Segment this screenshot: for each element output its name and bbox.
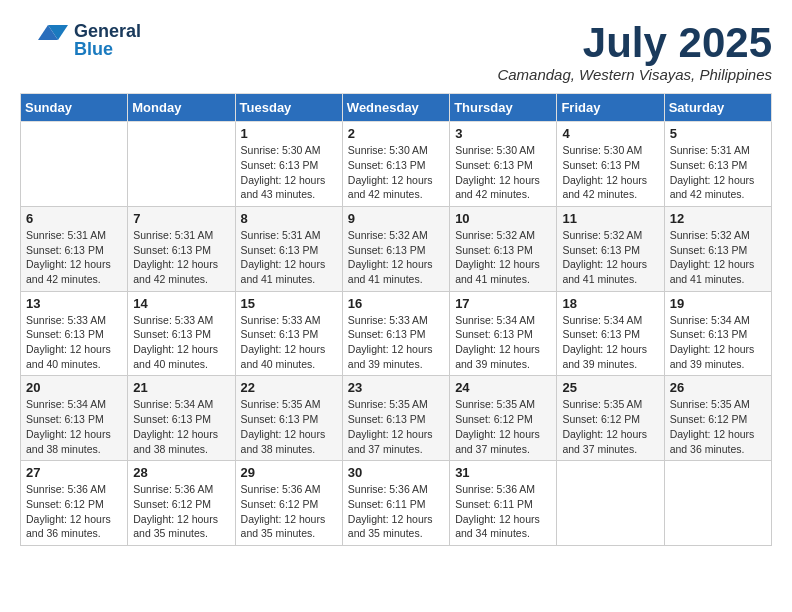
day-number: 23 [348, 380, 444, 395]
day-number: 31 [455, 465, 551, 480]
title-block: July 2025 Camandag, Western Visayas, Phi… [497, 20, 772, 83]
day-detail: Sunrise: 5:35 AMSunset: 6:12 PMDaylight:… [562, 397, 658, 456]
logo-icon [20, 20, 70, 60]
day-number: 10 [455, 211, 551, 226]
calendar-cell: 30Sunrise: 5:36 AMSunset: 6:11 PMDayligh… [342, 461, 449, 546]
day-number: 13 [26, 296, 122, 311]
calendar-cell: 26Sunrise: 5:35 AMSunset: 6:12 PMDayligh… [664, 376, 771, 461]
calendar-cell [664, 461, 771, 546]
header-saturday: Saturday [664, 94, 771, 122]
calendar-cell: 23Sunrise: 5:35 AMSunset: 6:13 PMDayligh… [342, 376, 449, 461]
calendar-cell: 18Sunrise: 5:34 AMSunset: 6:13 PMDayligh… [557, 291, 664, 376]
day-detail: Sunrise: 5:35 AMSunset: 6:12 PMDaylight:… [455, 397, 551, 456]
day-number: 6 [26, 211, 122, 226]
calendar-cell: 4Sunrise: 5:30 AMSunset: 6:13 PMDaylight… [557, 122, 664, 207]
calendar-cell: 1Sunrise: 5:30 AMSunset: 6:13 PMDaylight… [235, 122, 342, 207]
day-number: 1 [241, 126, 337, 141]
day-detail: Sunrise: 5:35 AMSunset: 6:13 PMDaylight:… [348, 397, 444, 456]
calendar-cell: 5Sunrise: 5:31 AMSunset: 6:13 PMDaylight… [664, 122, 771, 207]
calendar-cell: 7Sunrise: 5:31 AMSunset: 6:13 PMDaylight… [128, 206, 235, 291]
day-detail: Sunrise: 5:34 AMSunset: 6:13 PMDaylight:… [670, 313, 766, 372]
calendar-cell: 29Sunrise: 5:36 AMSunset: 6:12 PMDayligh… [235, 461, 342, 546]
day-detail: Sunrise: 5:30 AMSunset: 6:13 PMDaylight:… [455, 143, 551, 202]
logo: General Blue [20, 20, 141, 60]
calendar-cell: 11Sunrise: 5:32 AMSunset: 6:13 PMDayligh… [557, 206, 664, 291]
day-number: 2 [348, 126, 444, 141]
day-detail: Sunrise: 5:31 AMSunset: 6:13 PMDaylight:… [241, 228, 337, 287]
location-subtitle: Camandag, Western Visayas, Philippines [497, 66, 772, 83]
day-number: 22 [241, 380, 337, 395]
calendar-week-row: 1Sunrise: 5:30 AMSunset: 6:13 PMDaylight… [21, 122, 772, 207]
day-number: 27 [26, 465, 122, 480]
day-detail: Sunrise: 5:32 AMSunset: 6:13 PMDaylight:… [455, 228, 551, 287]
day-detail: Sunrise: 5:34 AMSunset: 6:13 PMDaylight:… [455, 313, 551, 372]
day-detail: Sunrise: 5:31 AMSunset: 6:13 PMDaylight:… [133, 228, 229, 287]
day-detail: Sunrise: 5:31 AMSunset: 6:13 PMDaylight:… [26, 228, 122, 287]
day-detail: Sunrise: 5:33 AMSunset: 6:13 PMDaylight:… [133, 313, 229, 372]
day-detail: Sunrise: 5:36 AMSunset: 6:11 PMDaylight:… [455, 482, 551, 541]
day-number: 17 [455, 296, 551, 311]
day-number: 29 [241, 465, 337, 480]
calendar-cell: 16Sunrise: 5:33 AMSunset: 6:13 PMDayligh… [342, 291, 449, 376]
day-detail: Sunrise: 5:31 AMSunset: 6:13 PMDaylight:… [670, 143, 766, 202]
day-detail: Sunrise: 5:33 AMSunset: 6:13 PMDaylight:… [241, 313, 337, 372]
day-detail: Sunrise: 5:32 AMSunset: 6:13 PMDaylight:… [670, 228, 766, 287]
day-number: 24 [455, 380, 551, 395]
day-number: 18 [562, 296, 658, 311]
day-detail: Sunrise: 5:33 AMSunset: 6:13 PMDaylight:… [26, 313, 122, 372]
day-number: 30 [348, 465, 444, 480]
day-number: 25 [562, 380, 658, 395]
day-detail: Sunrise: 5:36 AMSunset: 6:12 PMDaylight:… [133, 482, 229, 541]
day-number: 20 [26, 380, 122, 395]
day-number: 19 [670, 296, 766, 311]
calendar-cell: 6Sunrise: 5:31 AMSunset: 6:13 PMDaylight… [21, 206, 128, 291]
day-number: 9 [348, 211, 444, 226]
calendar-cell: 28Sunrise: 5:36 AMSunset: 6:12 PMDayligh… [128, 461, 235, 546]
calendar-cell: 20Sunrise: 5:34 AMSunset: 6:13 PMDayligh… [21, 376, 128, 461]
day-detail: Sunrise: 5:35 AMSunset: 6:13 PMDaylight:… [241, 397, 337, 456]
day-detail: Sunrise: 5:34 AMSunset: 6:13 PMDaylight:… [26, 397, 122, 456]
calendar-cell: 10Sunrise: 5:32 AMSunset: 6:13 PMDayligh… [450, 206, 557, 291]
day-detail: Sunrise: 5:36 AMSunset: 6:11 PMDaylight:… [348, 482, 444, 541]
calendar-cell: 21Sunrise: 5:34 AMSunset: 6:13 PMDayligh… [128, 376, 235, 461]
calendar-week-row: 20Sunrise: 5:34 AMSunset: 6:13 PMDayligh… [21, 376, 772, 461]
calendar-cell: 14Sunrise: 5:33 AMSunset: 6:13 PMDayligh… [128, 291, 235, 376]
day-detail: Sunrise: 5:34 AMSunset: 6:13 PMDaylight:… [133, 397, 229, 456]
header-wednesday: Wednesday [342, 94, 449, 122]
calendar-cell: 3Sunrise: 5:30 AMSunset: 6:13 PMDaylight… [450, 122, 557, 207]
logo-general: General [74, 22, 141, 40]
day-detail: Sunrise: 5:36 AMSunset: 6:12 PMDaylight:… [26, 482, 122, 541]
header-friday: Friday [557, 94, 664, 122]
calendar-table: SundayMondayTuesdayWednesdayThursdayFrid… [20, 93, 772, 546]
day-number: 5 [670, 126, 766, 141]
page-header: General Blue July 2025 Camandag, Western… [20, 20, 772, 83]
day-detail: Sunrise: 5:32 AMSunset: 6:13 PMDaylight:… [562, 228, 658, 287]
calendar-cell [21, 122, 128, 207]
calendar-cell: 25Sunrise: 5:35 AMSunset: 6:12 PMDayligh… [557, 376, 664, 461]
calendar-header-row: SundayMondayTuesdayWednesdayThursdayFrid… [21, 94, 772, 122]
day-number: 8 [241, 211, 337, 226]
day-number: 15 [241, 296, 337, 311]
calendar-cell: 12Sunrise: 5:32 AMSunset: 6:13 PMDayligh… [664, 206, 771, 291]
calendar-cell: 22Sunrise: 5:35 AMSunset: 6:13 PMDayligh… [235, 376, 342, 461]
day-number: 11 [562, 211, 658, 226]
calendar-cell: 27Sunrise: 5:36 AMSunset: 6:12 PMDayligh… [21, 461, 128, 546]
day-number: 7 [133, 211, 229, 226]
calendar-week-row: 13Sunrise: 5:33 AMSunset: 6:13 PMDayligh… [21, 291, 772, 376]
calendar-cell: 19Sunrise: 5:34 AMSunset: 6:13 PMDayligh… [664, 291, 771, 376]
day-number: 28 [133, 465, 229, 480]
header-sunday: Sunday [21, 94, 128, 122]
month-title: July 2025 [497, 20, 772, 66]
header-monday: Monday [128, 94, 235, 122]
logo-blue: Blue [74, 40, 141, 58]
day-detail: Sunrise: 5:35 AMSunset: 6:12 PMDaylight:… [670, 397, 766, 456]
calendar-cell: 13Sunrise: 5:33 AMSunset: 6:13 PMDayligh… [21, 291, 128, 376]
day-number: 21 [133, 380, 229, 395]
day-detail: Sunrise: 5:30 AMSunset: 6:13 PMDaylight:… [348, 143, 444, 202]
day-number: 14 [133, 296, 229, 311]
calendar-cell [128, 122, 235, 207]
day-number: 12 [670, 211, 766, 226]
day-number: 4 [562, 126, 658, 141]
day-detail: Sunrise: 5:34 AMSunset: 6:13 PMDaylight:… [562, 313, 658, 372]
day-detail: Sunrise: 5:33 AMSunset: 6:13 PMDaylight:… [348, 313, 444, 372]
